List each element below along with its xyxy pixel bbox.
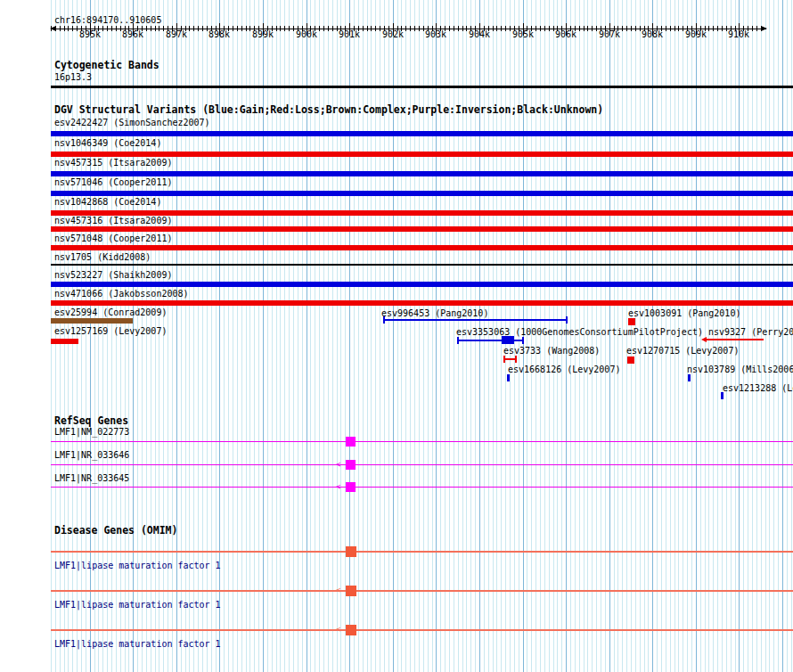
grid-stripe [298, 0, 298, 672]
grid-stripe [211, 0, 212, 672]
dgv-variant-label[interactable]: nsv571046 (Cooper2011) [54, 178, 172, 187]
omim-exon-box[interactable] [346, 586, 356, 596]
refseq-exon-box[interactable] [346, 437, 356, 447]
ruler-minor-tick [540, 26, 541, 31]
refseq-gene-label[interactable]: LMF1|NR_033646 [54, 451, 129, 460]
refseq-strand-arrow-icon: < [336, 460, 340, 469]
dgv-variant-bar[interactable] [51, 318, 133, 324]
ruler-minor-tick [151, 26, 151, 31]
ruler-minor-tick [249, 26, 250, 31]
dgv-variant-bar[interactable] [51, 191, 793, 196]
dgv-variant-label[interactable]: esv1668126 (Levy2007) [508, 365, 620, 374]
dgv-variant-label[interactable]: esv1003091 (Pang2010) [628, 309, 740, 318]
ruler-tick-label: 903k [425, 30, 446, 39]
omim-gene-line[interactable] [51, 551, 793, 553]
dgv-variant-label[interactable]: nsv1042868 (Coe2014) [54, 198, 161, 207]
ruler-tick-label: 900k [296, 30, 317, 39]
dgv-variant-bar[interactable] [51, 282, 793, 287]
ruler-minor-tick [592, 26, 593, 31]
dgv-variant-range-line[interactable] [383, 319, 568, 321]
omim-gene-label[interactable]: LMF1|lipase maturation factor 1 [54, 640, 221, 649]
dgv-variant-label[interactable]: esv1270715 (Levy2007) [626, 347, 739, 356]
ruler-minor-tick [207, 26, 208, 31]
dgv-variant-label[interactable]: nsv471066 (Jakobsson2008) [54, 290, 189, 299]
refseq-gene-line[interactable] [51, 464, 793, 465]
refseq-gene-label[interactable]: LMF1|NM_022773 [54, 428, 129, 437]
omim-gene-label[interactable]: LMF1|lipase maturation factor 1 [54, 561, 221, 570]
dgv-variant-range-cap [383, 316, 385, 324]
grid-stripe [340, 0, 341, 672]
dgv-variant-label[interactable]: nsv103789 (Mills2006 [687, 365, 793, 374]
dgv-variant-box[interactable] [627, 356, 634, 364]
dgv-variant-bar[interactable] [51, 300, 793, 306]
ruler-minor-tick [284, 26, 285, 31]
refseq-gene-line[interactable] [51, 487, 793, 488]
dgv-variant-label[interactable]: nsv457316 (Itsara2009) [54, 217, 172, 225]
grid-stripe [432, 0, 433, 672]
omim-title: Disease Genes (OMIM) [54, 526, 177, 536]
dgv-variant-box[interactable] [628, 318, 635, 325]
ruler-minor-tick [549, 26, 550, 31]
dgv-variant-tick[interactable] [507, 374, 510, 381]
grid-stripe [410, 0, 411, 672]
omim-gene-label[interactable]: LMF1|lipase maturation factor 1 [54, 601, 221, 610]
dgv-variant-label[interactable]: nsv523227 (Shaikh2009) [54, 271, 172, 280]
dgv-variant-tick[interactable] [721, 392, 724, 399]
dgv-variant-label[interactable]: nsv1046349 (Coe2014) [54, 139, 161, 148]
dgv-variant-bar[interactable] [51, 339, 78, 344]
grid-stripe [86, 0, 86, 672]
dgv-variant-range-line[interactable] [706, 339, 764, 340]
dgv-variant-label[interactable]: esv1213288 (Le [723, 384, 793, 393]
dgv-variant-label[interactable]: nsv1705 (Kidd2008) [54, 253, 151, 262]
dgv-variant-bar[interactable] [51, 264, 793, 266]
dgv-variant-bar[interactable] [51, 131, 793, 136]
grid-stripe [202, 0, 203, 672]
dgv-variant-bar[interactable] [51, 226, 793, 232]
refseq-gene-line[interactable] [51, 441, 793, 442]
grid-stripe [102, 0, 103, 672]
dgv-variant-label[interactable]: nsv571048 (Cooper2011) [54, 234, 172, 243]
dgv-variant-exon-box[interactable] [502, 336, 514, 344]
ruler-minor-tick [246, 26, 247, 31]
refseq-exon-box[interactable] [346, 482, 356, 492]
grid-stripe [454, 0, 454, 672]
ruler-minor-tick [289, 26, 290, 31]
grid-stripe [116, 0, 117, 672]
ruler-minor-tick [233, 26, 233, 31]
grid-stripe [51, 0, 52, 672]
ruler-minor-tick [726, 26, 727, 31]
grid-stripe [233, 0, 233, 672]
omim-gene-line[interactable] [51, 629, 793, 631]
grid-stripe [159, 0, 159, 672]
cyto-band[interactable] [51, 86, 793, 88]
dgv-variant-label[interactable]: esv25994 (Conrad2009) [54, 308, 167, 317]
dgv-variant-label[interactable]: esv1257169 (Levy2007) [54, 327, 167, 336]
ruler-minor-tick [683, 26, 683, 31]
ruler-minor-tick [120, 26, 121, 31]
omim-exon-box[interactable] [346, 546, 356, 557]
ruler-minor-tick [319, 26, 320, 31]
dgv-variant-label[interactable]: esv3353063 (1000GenomesConsortiumPilotPr… [456, 328, 703, 337]
dgv-variant-label[interactable]: esv2422427 (SimonSanchez2007) [54, 119, 210, 127]
dgv-variant-label[interactable]: nsv9327 (Perry200 [708, 328, 793, 337]
omim-gene-line[interactable] [51, 590, 793, 592]
dgv-variant-label[interactable]: esv996453 (Pang2010) [381, 309, 488, 318]
region-label: chr16:894170..910605 [54, 16, 161, 25]
ruler-minor-tick [102, 26, 103, 31]
ruler-minor-tick [72, 26, 73, 31]
dgv-variant-bar[interactable] [51, 152, 793, 157]
grid-stripe [293, 0, 294, 672]
refseq-exon-box[interactable] [346, 460, 356, 470]
ruler-minor-tick [146, 26, 147, 31]
dgv-variant-tick[interactable] [688, 374, 691, 381]
grid-stripe [345, 0, 346, 672]
dgv-variant-label[interactable]: nsv457315 (Itsara2009) [54, 159, 172, 168]
ruler-minor-tick [163, 26, 164, 31]
dgv-variant-bar[interactable] [51, 245, 793, 250]
refseq-gene-label[interactable]: LMF1|NR_033645 [54, 474, 129, 483]
grid-stripe [445, 0, 446, 672]
omim-exon-box[interactable] [346, 625, 356, 635]
dgv-variant-bar[interactable] [51, 171, 793, 176]
dgv-variant-label[interactable]: esv3733 (Wang2008) [503, 347, 600, 356]
grid-stripe [90, 0, 91, 672]
